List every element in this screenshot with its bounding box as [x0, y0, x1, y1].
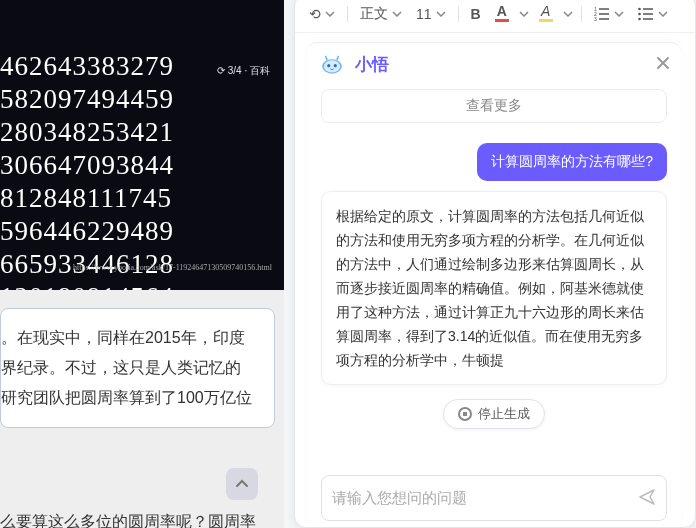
- scroll-to-top-button[interactable]: [226, 468, 258, 500]
- see-more-button[interactable]: 查看更多: [321, 89, 667, 123]
- assistant-message: 根据给定的原文，计算圆周率的方法包括几何近似的方法和使用无穷多项方程的分析学。在…: [321, 191, 667, 385]
- highlight-color-dropdown[interactable]: A: [535, 3, 557, 24]
- pi-line: 582097494459: [0, 83, 284, 116]
- undo-icon: ⟲: [309, 6, 321, 22]
- chat-input-placeholder: 请输入您想问的问题: [332, 489, 467, 508]
- highlight-letter: A: [541, 5, 550, 17]
- chevron-down-icon: [614, 11, 624, 17]
- context-snippet-box: 。在现实中，同样在2015年，印度 界纪录。不过，这只是人类记忆的 研究团队把圆…: [0, 308, 275, 428]
- ai-name: 小悟: [355, 53, 389, 76]
- svg-point-7: [324, 60, 340, 72]
- user-message-text: 计算圆周率的方法有哪些?: [491, 153, 653, 169]
- stop-label: 停止生成: [478, 405, 530, 423]
- style-label: 正文: [360, 5, 388, 23]
- background-document-pane: ⟳ 3/4 · 百科 462643383279 582097494459 280…: [0, 0, 284, 528]
- toolbar-divider: [347, 6, 348, 22]
- context-line: 。在现实中，同样在2015年，印度: [1, 323, 270, 353]
- numbered-list-button[interactable]: 123: [590, 5, 628, 23]
- paragraph-style-dropdown[interactable]: 正文: [356, 3, 406, 25]
- ai-avatar-icon: [319, 51, 345, 77]
- font-size-dropdown[interactable]: 11: [412, 4, 450, 24]
- stop-generating-button[interactable]: 停止生成: [443, 399, 545, 429]
- editor-toolbar: ⟲ 正文 11 B A A 123: [295, 0, 695, 33]
- undo-button[interactable]: ⟲: [305, 4, 339, 24]
- chevron-down-icon: [436, 11, 446, 17]
- numbered-list-icon: 123: [594, 7, 610, 21]
- bold-icon: B: [471, 6, 481, 22]
- font-color-dropdown[interactable]: A: [491, 3, 513, 24]
- chevron-down-icon: [392, 11, 402, 17]
- overlay-badge: ⟳ 3/4 · 百科: [217, 54, 270, 87]
- chevron-down-icon[interactable]: [519, 11, 529, 17]
- ai-header: 小悟: [307, 43, 681, 85]
- editor-panel: ⟲ 正文 11 B A A 123: [294, 0, 696, 528]
- pi-line: 306647093844: [0, 149, 284, 182]
- chevron-up-icon: [234, 476, 250, 492]
- send-button[interactable]: [638, 488, 656, 509]
- pi-digits-block: ⟳ 3/4 · 百科 462643383279 582097494459 280…: [0, 0, 284, 290]
- bold-button[interactable]: B: [467, 4, 485, 24]
- toolbar-divider: [581, 6, 582, 22]
- user-message: 计算圆周率的方法有哪些?: [477, 143, 667, 181]
- svg-point-5: [638, 17, 641, 20]
- toolbar-divider: [458, 6, 459, 22]
- svg-point-9: [334, 64, 337, 67]
- assistant-message-text: 根据给定的原文，计算圆周率的方法包括几何近似的方法和使用无穷多项方程的分析学。在…: [336, 208, 644, 368]
- highlight-swatch: [539, 19, 553, 22]
- send-icon: [638, 488, 656, 506]
- see-more-label: 查看更多: [466, 97, 522, 115]
- document-body-text: 么要算这么多位的圆周率呢？圆周率: [0, 512, 284, 528]
- svg-point-3: [638, 7, 641, 10]
- font-color-swatch: [495, 19, 509, 22]
- chevron-down-icon: [325, 11, 335, 17]
- ai-assistant-panel: 小悟 查看更多 计算圆周率的方法有哪些? 根据给定的原文，计算圆周率的方法包括几…: [307, 42, 681, 528]
- context-line: 界纪录。不过，这只是人类记忆的: [1, 353, 270, 383]
- font-size-value: 11: [416, 6, 432, 22]
- bulleted-list-button[interactable]: [634, 5, 672, 23]
- context-line: 研究团队把圆周率算到了100万亿位: [1, 383, 270, 413]
- svg-point-8: [327, 64, 330, 67]
- close-icon: [655, 55, 671, 71]
- pi-line: 812848111745: [0, 182, 284, 215]
- bulleted-list-icon: [638, 7, 654, 21]
- chat-input[interactable]: 请输入您想问的问题: [321, 475, 667, 521]
- source-caption: https://www.yoojia.com/ask/17-1192464713…: [73, 251, 272, 284]
- chevron-down-icon: [658, 11, 668, 17]
- pi-line: 596446229489: [0, 215, 284, 248]
- stop-icon: [458, 407, 472, 421]
- pi-line: 280348253421: [0, 116, 284, 149]
- font-color-letter: A: [497, 5, 507, 17]
- svg-point-4: [638, 12, 641, 15]
- chat-body: 查看更多 计算圆周率的方法有哪些? 根据给定的原文，计算圆周率的方法包括几何近似…: [307, 85, 681, 469]
- chevron-down-icon[interactable]: [563, 11, 573, 17]
- svg-text:3: 3: [594, 16, 597, 21]
- close-button[interactable]: [655, 53, 671, 76]
